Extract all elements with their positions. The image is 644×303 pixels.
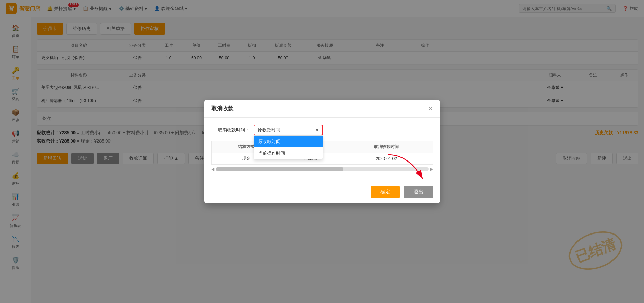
form-row-time: 取消收款时间： 原收款时间 当前操作时间 ▼ 原收款时间 当前操作时间 xyxy=(211,125,433,135)
dropdown-option-original[interactable]: 原收款时间 xyxy=(254,136,323,147)
cell-cancel-time: 2020-01-02 xyxy=(340,153,433,165)
scroll-right-icon[interactable]: ▶ xyxy=(430,167,433,172)
select-wrapper: 原收款时间 当前操作时间 ▼ 原收款时间 当前操作时间 xyxy=(254,125,323,135)
dialog-cancel-payment: 取消收款 ✕ 取消收款时间： 原收款时间 当前操作时间 ▼ 原收款时间 当前操作… xyxy=(204,100,440,203)
dialog-title: 取消收款 xyxy=(211,105,233,112)
overlay: 取消收款 ✕ 取消收款时间： 原收款时间 当前操作时间 ▼ 原收款时间 当前操作… xyxy=(0,0,644,303)
time-label: 取消收款时间： xyxy=(211,127,249,133)
dropdown-options: 原收款时间 当前操作时间 xyxy=(254,135,323,159)
btn-dialog-exit[interactable]: 退出 xyxy=(404,186,433,198)
btn-dialog-confirm[interactable]: 确定 xyxy=(371,186,400,198)
close-icon[interactable]: ✕ xyxy=(428,105,433,112)
th-cancel-time: 取消收款时间 xyxy=(340,141,433,153)
dialog-footer: 确定 退出 xyxy=(204,181,440,203)
scrollbar-track[interactable] xyxy=(216,167,429,171)
scrollbar-thumb[interactable] xyxy=(216,167,343,171)
dialog-header: 取消收款 ✕ xyxy=(204,100,440,118)
dropdown-option-current[interactable]: 当前操作时间 xyxy=(254,147,323,159)
time-select[interactable]: 原收款时间 当前操作时间 xyxy=(254,125,323,135)
scroll-left-icon[interactable]: ◀ xyxy=(211,167,214,172)
dialog-body: 取消收款时间： 原收款时间 当前操作时间 ▼ 原收款时间 当前操作时间 xyxy=(204,118,440,181)
scrollbar-row: ◀ ▶ xyxy=(211,165,433,174)
